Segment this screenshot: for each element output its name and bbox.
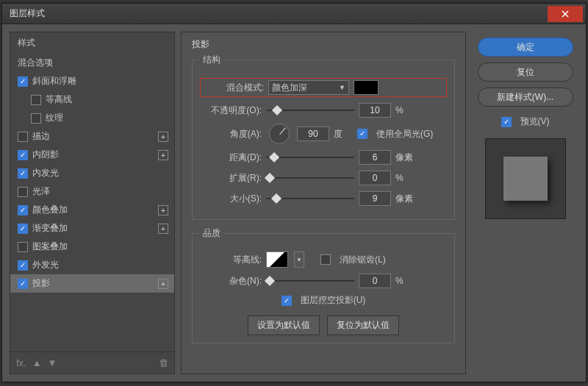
ok-button[interactable]: 确定 [478, 37, 573, 57]
sidebar-header: 样式 [10, 32, 174, 54]
spread-input[interactable]: 0 [359, 171, 391, 185]
sidebar-item-1[interactable]: 等高线 [10, 90, 174, 109]
size-slider[interactable] [266, 193, 354, 204]
distance-unit: 像素 [395, 151, 423, 164]
sidebar-item-5[interactable]: 内发光 [10, 164, 174, 182]
blend-mode-label: 混合模式: [202, 82, 264, 94]
sidebar-item-7[interactable]: 颜色叠加+ [10, 201, 174, 219]
layer-style-dialog: 图层样式 样式 混合选项 斜面和浮雕等高线纹理描边+内阴影+内发光光泽颜色叠加+… [1, 3, 587, 382]
blending-options[interactable]: 混合选项 [10, 54, 174, 72]
quality-group: 品质 等高线: ▼ 消除锯齿(L) 杂色(N): 0 % [192, 227, 455, 343]
fx-icon[interactable]: fx. [16, 357, 26, 368]
titlebar: 图层样式 [2, 4, 586, 24]
distance-input[interactable]: 6 [359, 150, 391, 165]
sidebar-item-label: 内阴影 [32, 149, 59, 161]
add-effect-button[interactable]: + [158, 205, 168, 215]
preview-checkbox[interactable] [501, 117, 512, 127]
sidebar-item-label: 颜色叠加 [32, 204, 68, 216]
distance-slider[interactable] [266, 152, 354, 162]
angle-dial[interactable] [269, 124, 290, 144]
shadow-color-swatch[interactable] [354, 80, 379, 95]
sidebar-item-9[interactable]: 图案叠加 [10, 237, 174, 256]
size-label: 大小(S): [200, 193, 262, 205]
sidebar-item-2[interactable]: 纹理 [10, 109, 174, 127]
effect-checkbox[interactable] [18, 150, 28, 160]
add-effect-button[interactable]: + [158, 132, 168, 142]
size-input[interactable]: 9 [359, 191, 391, 206]
add-effect-button[interactable]: + [158, 279, 168, 289]
opacity-slider[interactable] [266, 105, 354, 115]
effect-checkbox[interactable] [31, 95, 41, 105]
effect-panel: 投影 结构 混合模式: 颜色加深 ▼ 不透明度(O): 10 % [181, 32, 466, 374]
move-down-icon[interactable]: ▼ [48, 357, 57, 368]
structure-group: 结构 混合模式: 颜色加深 ▼ 不透明度(O): 10 % 角度(A [192, 54, 455, 220]
sidebar-item-0[interactable]: 斜面和浮雕 [10, 72, 174, 90]
effect-checkbox[interactable] [18, 224, 28, 234]
sidebar-item-8[interactable]: 渐变叠加+ [10, 219, 174, 237]
add-effect-button[interactable]: + [158, 150, 168, 160]
sidebar-item-10[interactable]: 外发光 [10, 256, 174, 274]
knockout-row: 图层挖空投影(U) [200, 294, 447, 307]
effect-checkbox[interactable] [18, 260, 28, 271]
spread-unit: % [395, 173, 423, 183]
reset-default-button[interactable]: 复位为默认值 [327, 315, 399, 335]
effect-checkbox[interactable] [18, 168, 28, 179]
sidebar-item-3[interactable]: 描边+ [10, 127, 174, 146]
new-style-button[interactable]: 新建样式(W)... [478, 87, 573, 107]
spread-row: 扩展(R): 0 % [200, 171, 447, 185]
effect-checkbox[interactable] [18, 76, 28, 87]
sidebar-item-4[interactable]: 内阴影+ [10, 146, 174, 164]
effect-checkbox[interactable] [18, 132, 28, 142]
global-light-label: 使用全局光(G) [376, 128, 433, 140]
trash-icon[interactable]: 🗑 [159, 357, 168, 368]
move-up-icon[interactable]: ▲ [32, 357, 42, 368]
sidebar-list: 混合选项 斜面和浮雕等高线纹理描边+内阴影+内发光光泽颜色叠加+渐变叠加+图案叠… [10, 54, 174, 351]
effect-checkbox[interactable] [18, 187, 28, 197]
contour-picker[interactable] [266, 251, 288, 268]
sidebar-item-label: 描边 [32, 130, 50, 143]
set-default-button[interactable]: 设置为默认值 [248, 315, 320, 335]
spread-label: 扩展(R): [200, 172, 262, 185]
blend-mode-select[interactable]: 颜色加深 ▼ [268, 80, 349, 95]
angle-label: 角度(A): [200, 128, 262, 140]
knockout-label: 图层挖空投影(U) [301, 294, 366, 307]
window-title: 图层样式 [10, 7, 45, 20]
sidebar-item-6[interactable]: 光泽 [10, 182, 174, 201]
preview-swatch [503, 157, 548, 201]
noise-label: 杂色(N): [200, 275, 262, 287]
opacity-input[interactable]: 10 [359, 103, 391, 118]
noise-slider[interactable] [266, 276, 354, 286]
sidebar-item-label: 渐变叠加 [32, 222, 68, 235]
blend-mode-value: 颜色加深 [272, 82, 307, 94]
global-light-checkbox[interactable] [357, 129, 368, 139]
effect-checkbox[interactable] [18, 205, 28, 215]
effect-checkbox[interactable] [18, 279, 28, 289]
angle-unit: 度 [334, 128, 343, 140]
noise-row: 杂色(N): 0 % [200, 274, 447, 288]
sidebar-item-label: 斜面和浮雕 [32, 75, 76, 87]
opacity-row: 不透明度(O): 10 % [200, 103, 447, 118]
distance-label: 距离(D): [200, 151, 262, 164]
cancel-button[interactable]: 复位 [478, 62, 573, 82]
sidebar-item-label: 内发光 [32, 167, 59, 179]
noise-input[interactable]: 0 [359, 274, 391, 288]
effect-checkbox[interactable] [18, 242, 28, 252]
effect-checkbox[interactable] [31, 113, 41, 124]
contour-dropdown-button[interactable]: ▼ [294, 251, 304, 268]
blend-mode-row: 混合模式: 颜色加深 ▼ [200, 78, 447, 97]
angle-input[interactable]: 90 [297, 126, 329, 141]
preview-toggle[interactable]: 预览(V) [501, 115, 550, 128]
add-effect-button[interactable]: + [158, 224, 168, 234]
close-icon [561, 10, 570, 18]
sidebar-item-label: 等高线 [46, 93, 72, 106]
antialias-checkbox[interactable] [320, 254, 331, 265]
close-button[interactable] [548, 6, 583, 22]
knockout-checkbox[interactable] [282, 296, 292, 306]
opacity-unit: % [395, 105, 423, 115]
distance-row: 距离(D): 6 像素 [200, 150, 447, 165]
preview-box [485, 138, 566, 219]
sidebar-item-11[interactable]: 投影+ [10, 274, 174, 293]
preview-label: 预览(V) [520, 115, 550, 128]
structure-legend: 结构 [200, 54, 223, 66]
spread-slider[interactable] [266, 173, 354, 183]
